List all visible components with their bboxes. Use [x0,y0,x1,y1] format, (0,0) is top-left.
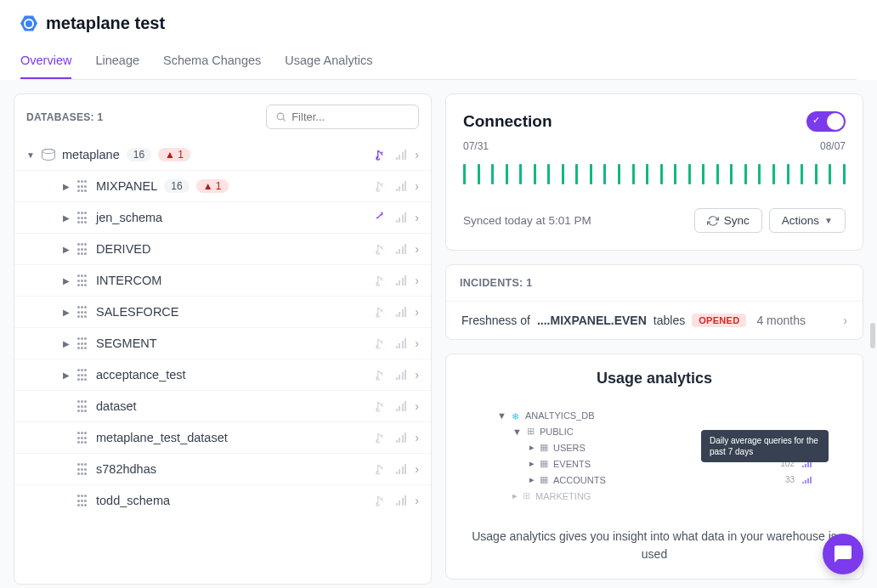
signal-icon [396,181,407,191]
chat-button[interactable] [823,534,863,574]
chevron-right-icon[interactable]: › [415,336,419,350]
chevron-right-icon[interactable]: › [415,431,419,444]
tree-row-s782hdhas[interactable]: s782hdhas› [14,453,431,484]
caret-icon[interactable]: ▶ [62,308,71,316]
signal-icon [396,433,407,443]
chevron-right-icon[interactable]: › [415,211,419,224]
incidents-label: INCIDENTS: 1 [446,265,863,302]
signal-icon [396,244,407,254]
chevron-right-icon[interactable]: › [415,274,419,287]
schema-icon [77,180,89,192]
signal-icon [396,338,407,348]
actions-button[interactable]: Actions ▼ [769,208,846,233]
chevron-right-icon[interactable]: › [415,462,419,476]
usage-tooltip: Daily average queries for the past 7 day… [701,430,829,462]
usage-analytics-card: Usage analytics Daily average queries fo… [445,353,863,580]
refresh-icon [707,215,719,227]
chevron-right-icon[interactable]: › [415,179,419,193]
signal-icon [396,495,407,506]
chevron-right-icon[interactable]: › [415,305,419,319]
row-label: todd_schema [96,494,170,507]
chevron-right-icon[interactable]: › [415,242,419,256]
tree-row-acceptance_test[interactable]: ▶acceptance_test› [14,359,431,390]
caret-icon[interactable]: ▼ [26,150,35,159]
row-label: SEGMENT [96,336,157,350]
tree-row-todd_schema[interactable]: todd_schema› [14,484,431,516]
tab-usage-analytics[interactable]: Usage Analytics [285,47,372,79]
branch-icon[interactable] [375,495,388,507]
tree-row-intercom[interactable]: ▶INTERCOM› [14,264,431,296]
signal-icon [396,212,407,223]
caret-icon[interactable]: ▶ [62,276,71,285]
chevron-right-icon[interactable]: › [415,494,419,507]
timeline-start: 07/31 [463,140,489,152]
row-label: acceptance_test [96,368,186,382]
row-label: metaplane [62,148,120,161]
database-icon [42,149,55,161]
status-badge: OPENED [692,314,746,327]
tree-row-mixpanel[interactable]: ▶MIXPANEL16▲ 1› [14,170,431,201]
schema-icon [77,243,89,255]
tree-row-metaplane[interactable]: ▼metaplane16▲ 1› [14,139,431,170]
caret-icon[interactable]: ▶ [62,245,71,253]
scrollbar[interactable] [870,323,875,348]
row-label: s782hdhas [96,462,156,476]
tree-row-jen_schema[interactable]: ▶jen_schema› [14,201,431,233]
chevron-right-icon: › [843,314,847,327]
incident-row[interactable]: Freshness of ....MIXPANEL.EVEN tables OP… [446,302,863,339]
usage-title: Usage analytics [463,370,846,387]
branch-icon[interactable] [375,212,388,224]
branch-icon[interactable] [375,463,388,476]
tree-row-salesforce[interactable]: ▶SALESFORCE› [14,296,431,327]
tree-row-segment[interactable]: ▶SEGMENT› [14,327,431,359]
caret-icon[interactable]: ▶ [62,339,71,348]
timeline-bars [463,157,846,184]
branch-icon[interactable] [375,274,388,287]
signal-icon [396,401,407,411]
warn-badge: ▲ 1 [158,148,190,161]
row-label: DERIVED [96,242,150,256]
branch-icon[interactable] [375,149,388,161]
chevron-right-icon[interactable]: › [415,399,419,413]
schema-icon [77,274,89,286]
tabs: Overview Lineage Schema Changes Usage An… [20,47,857,80]
caret-icon[interactable]: ▶ [62,182,71,190]
tab-schema-changes[interactable]: Schema Changes [163,47,261,79]
chevron-right-icon[interactable]: › [415,368,419,382]
row-label: MIXPANEL [96,179,157,193]
caret-icon[interactable]: ▶ [62,370,71,379]
tab-overview[interactable]: Overview [20,47,71,79]
sync-button[interactable]: Sync [694,208,762,233]
snowflake-icon: ❄ [512,411,520,420]
sync-status: Synced today at 5:01 PM [463,214,591,227]
chevron-right-icon[interactable]: › [415,148,419,161]
tab-lineage[interactable]: Lineage [95,47,139,79]
connection-title: Connection [463,112,552,131]
tree-row-dataset[interactable]: dataset› [14,390,431,421]
schema-icon [77,432,89,444]
schema-icon [77,306,89,318]
signal-icon [396,150,407,160]
branch-icon[interactable] [375,243,388,256]
warn-badge: ▲ 1 [196,179,229,193]
chevron-down-icon: ▼ [824,216,833,225]
row-label: metaplane_test_dataset [96,431,228,444]
timeline-end: 08/07 [820,140,846,152]
tree-row-metaplane_test_dataset[interactable]: metaplane_test_dataset› [14,421,431,453]
filter-input-wrap[interactable] [266,105,419,129]
branch-icon[interactable] [375,432,388,444]
filter-input[interactable] [291,110,410,123]
signal-icon [396,307,407,317]
connection-toggle[interactable] [806,111,846,132]
branch-icon[interactable] [375,180,388,193]
branch-icon[interactable] [375,400,388,413]
tree-row-derived[interactable]: ▶DERIVED› [14,233,431,264]
branch-icon[interactable] [375,369,388,382]
caret-icon[interactable]: ▶ [62,213,71,222]
page-title: metaplane test [46,14,165,33]
usage-description: Usage analytics gives you insight into w… [463,528,846,563]
branch-icon[interactable] [375,337,388,350]
count-badge: 16 [127,148,151,161]
branch-icon[interactable] [375,306,388,319]
signal-icon [396,275,407,286]
